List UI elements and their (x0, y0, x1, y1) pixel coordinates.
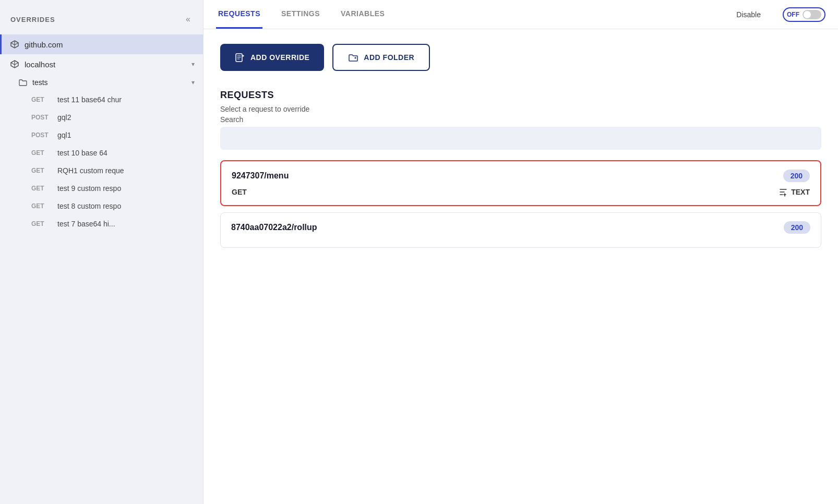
request-card-rollup[interactable]: 8740aa07022a2/rollup 200 (220, 212, 821, 248)
add-folder-icon (348, 52, 358, 63)
localhost-chevron: ▾ (191, 61, 195, 68)
content-area: ADD OVERRIDE ADD FOLDER REQUESTS Select … (203, 29, 838, 504)
card-type-label: TEXT (791, 188, 810, 196)
localhost-domain-label: localhost (25, 60, 55, 69)
card-url-2: 8740aa07022a2/rollup (231, 223, 317, 232)
github-domain-label: github.com (25, 40, 63, 49)
request-item-gql2[interactable]: POST gql2 (0, 109, 203, 126)
request-name: test 8 custom respo (57, 202, 121, 210)
main-content: REQUESTS SETTINGS VARIABLES Disable OFF … (203, 0, 838, 504)
request-item-test8[interactable]: GET test 8 custom respo (0, 197, 203, 215)
request-item-test11[interactable]: GET test 11 base64 chur (0, 91, 203, 109)
folder-label: tests (32, 78, 48, 87)
method-get: GET (31, 167, 51, 174)
add-folder-button[interactable]: ADD FOLDER (332, 44, 430, 71)
request-name: test 11 base64 chur (57, 95, 122, 104)
add-override-label: ADD OVERRIDE (250, 53, 309, 62)
method-get: GET (31, 185, 51, 192)
method-get: GET (31, 96, 51, 103)
add-folder-label: ADD FOLDER (364, 53, 414, 62)
request-item-rqh1[interactable]: GET RQH1 custom reque (0, 162, 203, 179)
sidebar-title: OVERRIDES (10, 16, 55, 23)
card-method: GET (232, 188, 247, 196)
add-override-button[interactable]: ADD OVERRIDE (220, 44, 324, 71)
card-bottom: GET TEXT (232, 187, 810, 197)
folder-chevron: ▾ (191, 79, 195, 86)
sidebar: OVERRIDES « github.com localhost ▾ t (0, 0, 203, 504)
disable-label: Disable (736, 10, 761, 19)
sidebar-item-github[interactable]: github.com (0, 34, 203, 54)
collapse-button[interactable]: « (184, 13, 193, 26)
sidebar-header: OVERRIDES « (0, 0, 203, 34)
toggle-thumb (804, 11, 811, 18)
request-name: gql2 (57, 113, 71, 122)
cube-icon-2 (10, 59, 19, 69)
sidebar-items: github.com localhost ▾ tests ▾ GET test … (0, 34, 203, 504)
toggle-track (803, 10, 821, 19)
request-item-gql1[interactable]: POST gql1 (0, 126, 203, 144)
method-get: GET (31, 220, 51, 227)
requests-subtitle: Select a request to override (220, 105, 821, 113)
tab-bar: REQUESTS SETTINGS VARIABLES Disable OFF (203, 0, 838, 29)
tab-requests[interactable]: REQUESTS (216, 0, 262, 29)
folder-icon (19, 78, 27, 87)
requests-section-title: REQUESTS (220, 90, 821, 101)
method-get: GET (31, 202, 51, 210)
request-item-test7[interactable]: GET test 7 base64 hi... (0, 215, 203, 233)
tab-variables[interactable]: VARIABLES (339, 0, 387, 29)
method-post: POST (31, 114, 51, 121)
request-name: test 9 custom respo (57, 184, 121, 193)
card-status-2: 200 (784, 221, 810, 234)
search-input[interactable] (220, 127, 821, 150)
disable-toggle[interactable]: OFF (783, 7, 825, 22)
card-status: 200 (783, 170, 810, 182)
request-item-test9[interactable]: GET test 9 custom respo (0, 179, 203, 197)
tab-settings[interactable]: SETTINGS (279, 0, 322, 29)
add-override-icon (235, 52, 245, 63)
sidebar-item-localhost[interactable]: localhost ▾ (0, 54, 203, 74)
request-name: test 7 base64 hi... (57, 220, 115, 228)
request-card-menu[interactable]: 9247307/menu 200 GET TEXT (220, 160, 821, 206)
card-type: TEXT (779, 187, 810, 197)
request-name: gql1 (57, 131, 71, 139)
folder-tests[interactable]: tests ▾ (0, 74, 203, 91)
cube-icon (10, 40, 19, 49)
action-buttons: ADD OVERRIDE ADD FOLDER (220, 44, 821, 71)
toggle-state-label: OFF (787, 11, 799, 18)
card-top: 9247307/menu 200 (232, 170, 810, 182)
card-url: 9247307/menu (232, 171, 289, 181)
method-post: POST (31, 131, 51, 139)
request-name: test 10 base 64 (57, 149, 107, 157)
method-get: GET (31, 149, 51, 157)
search-label: Search (220, 115, 821, 124)
request-name: RQH1 custom reque (57, 166, 124, 175)
text-type-icon (779, 187, 788, 197)
request-item-test10[interactable]: GET test 10 base 64 (0, 144, 203, 162)
card-top-2: 8740aa07022a2/rollup 200 (231, 221, 810, 234)
